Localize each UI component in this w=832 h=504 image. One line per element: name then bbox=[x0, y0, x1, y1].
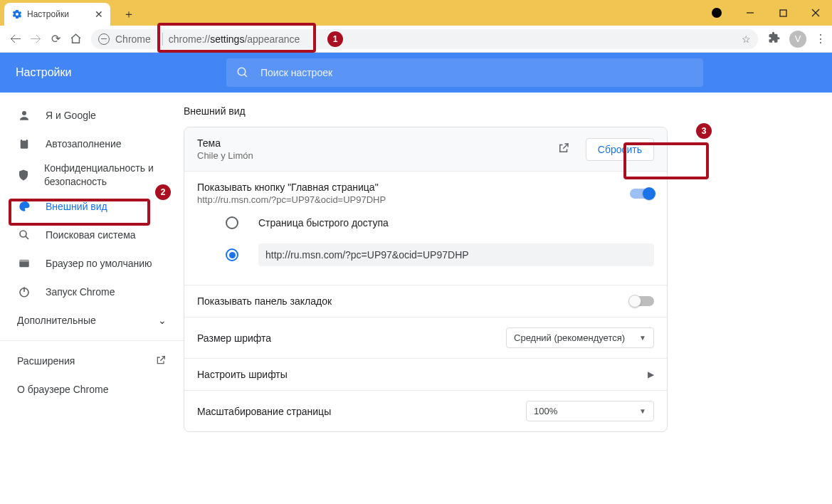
radio-unselected[interactable] bbox=[226, 216, 238, 229]
extensions-label: Расширения bbox=[17, 355, 75, 367]
svg-point-4 bbox=[238, 68, 246, 75]
sidebar-item-search-engine[interactable]: Поисковая система bbox=[0, 221, 184, 249]
about-label: О браузере Chrome bbox=[17, 384, 109, 395]
close-window-button[interactable] bbox=[799, 3, 832, 23]
svg-rect-1 bbox=[780, 10, 786, 16]
page-zoom-select[interactable]: 100% ▼ bbox=[526, 401, 654, 421]
sidebar-item-autofill[interactable]: Автозаполнение bbox=[0, 130, 184, 158]
minimize-button[interactable] bbox=[734, 3, 767, 23]
font-size-label: Размер шрифта bbox=[197, 332, 506, 344]
browser-tab[interactable]: Настройки ✕ bbox=[4, 3, 110, 26]
bookmarks-bar-row: Показывать панель закладок bbox=[184, 285, 667, 317]
sidebar-advanced[interactable]: Дополнительные ⌄ bbox=[0, 306, 184, 335]
sidebar-item-you-and-google[interactable]: Я и Google bbox=[0, 101, 184, 130]
maximize-button[interactable] bbox=[767, 3, 799, 23]
settings-sidebar: Я и Google Автозаполнение Конфиденциальн… bbox=[0, 93, 184, 504]
font-size-select[interactable]: Средний (рекомендуется) ▼ bbox=[506, 327, 654, 348]
sidebar-item-label: Поисковая система bbox=[46, 229, 136, 241]
svg-point-9 bbox=[20, 231, 26, 237]
option-label: Страница быстрого доступа bbox=[258, 217, 389, 229]
svg-rect-8 bbox=[22, 139, 26, 141]
sidebar-item-on-startup[interactable]: Запуск Chrome bbox=[0, 278, 184, 306]
annotation-callout-3: 3 bbox=[696, 123, 712, 139]
chevron-down-icon: ⌄ bbox=[158, 315, 167, 326]
open-external-icon bbox=[155, 355, 167, 368]
sidebar-item-default-browser[interactable]: Браузер по умолчанию bbox=[0, 249, 184, 278]
bookmark-star-icon[interactable]: ☆ bbox=[742, 33, 751, 45]
home-button-toggle[interactable] bbox=[630, 189, 654, 199]
settings-header: Настройки Поиск настроек bbox=[0, 53, 832, 93]
chevron-down-icon: ▼ bbox=[639, 407, 646, 415]
url-path: /appearance bbox=[244, 33, 300, 45]
tab-title: Настройки bbox=[27, 9, 69, 19]
browser-toolbar: 🡠 🡢 ⟳ Chrome chrome://settings/appearanc… bbox=[0, 26, 832, 53]
svg-rect-7 bbox=[21, 140, 28, 149]
svg-line-10 bbox=[26, 236, 28, 239]
reload-button[interactable]: ⟳ bbox=[46, 29, 65, 49]
home-button[interactable] bbox=[65, 29, 85, 49]
extensions-icon[interactable] bbox=[768, 31, 781, 47]
close-tab-icon[interactable]: ✕ bbox=[95, 9, 103, 20]
palette-icon bbox=[17, 200, 31, 213]
url-host: settings bbox=[210, 33, 244, 45]
new-tab-button[interactable]: ＋ bbox=[119, 4, 139, 24]
font-size-row: Размер шрифта Средний (рекомендуется) ▼ bbox=[184, 317, 667, 359]
chevron-down-icon: ▼ bbox=[639, 334, 646, 342]
home-button-sub: http://ru.msn.com/?pc=UP97&ocid=UP97DHP bbox=[197, 194, 630, 205]
section-heading: Внешний вид bbox=[184, 105, 668, 117]
select-value: Средний (рекомендуется) bbox=[514, 332, 625, 343]
power-icon bbox=[17, 285, 31, 298]
sidebar-item-label: Я и Google bbox=[46, 110, 96, 121]
open-external-icon[interactable] bbox=[557, 142, 572, 157]
theme-row[interactable]: Тема Chile y Limón Сбросить bbox=[184, 127, 667, 172]
forward-button[interactable]: 🡢 bbox=[26, 29, 46, 49]
profile-avatar[interactable]: V bbox=[789, 31, 806, 48]
clipboard-icon bbox=[17, 137, 31, 150]
menu-icon[interactable]: ⋮ bbox=[815, 32, 826, 46]
home-option-quick[interactable]: Страница быстрого доступа bbox=[226, 209, 654, 236]
settings-search[interactable]: Поиск настроек bbox=[226, 58, 703, 87]
url-protocol: chrome:// bbox=[169, 33, 210, 45]
sidebar-extensions[interactable]: Расширения bbox=[0, 347, 184, 375]
zoom-label: Масштабирование страницы bbox=[197, 406, 526, 417]
security-indicator-icon[interactable] bbox=[707, 3, 727, 23]
home-button-row: Показывать кнопку "Главная страница" htt… bbox=[184, 172, 667, 209]
shield-icon bbox=[17, 169, 30, 182]
reset-theme-button[interactable]: Сбросить bbox=[586, 138, 654, 161]
address-bar[interactable]: Chrome chrome://settings/appearance ☆ bbox=[91, 29, 758, 49]
home-options: Страница быстрого доступа http://ru.msn.… bbox=[184, 209, 667, 285]
svg-point-6 bbox=[22, 111, 26, 115]
annotation-callout-2: 2 bbox=[155, 184, 171, 200]
site-info-icon[interactable] bbox=[98, 33, 110, 45]
sidebar-item-label: Автозаполнение bbox=[46, 138, 122, 149]
window-controls bbox=[707, 3, 832, 23]
sidebar-item-label: Внешний вид bbox=[46, 201, 107, 212]
bookmarks-label: Показывать панель закладок bbox=[197, 295, 630, 307]
theme-name: Chile y Limón bbox=[197, 150, 557, 161]
customize-fonts-label: Настроить шрифты bbox=[197, 369, 648, 380]
gear-icon bbox=[11, 9, 23, 20]
window-titlebar: Настройки ✕ ＋ bbox=[0, 0, 832, 26]
browser-icon bbox=[17, 257, 31, 270]
search-placeholder: Поиск настроек bbox=[260, 67, 332, 78]
back-button[interactable]: 🡠 bbox=[6, 29, 26, 49]
search-icon bbox=[236, 66, 249, 79]
settings-title: Настройки bbox=[0, 66, 226, 79]
sidebar-item-label: Браузер по умолчанию bbox=[46, 258, 152, 269]
customize-fonts-row[interactable]: Настроить шрифты ▶ bbox=[184, 359, 667, 391]
settings-main: Внешний вид Тема Chile y Limón Сбросить … bbox=[184, 93, 832, 504]
radio-selected[interactable] bbox=[226, 248, 238, 261]
divider bbox=[0, 340, 184, 341]
person-icon bbox=[17, 109, 31, 122]
theme-title: Тема bbox=[197, 137, 557, 149]
home-button-title: Показывать кнопку "Главная страница" bbox=[197, 182, 630, 193]
page-zoom-row: Масштабирование страницы 100% ▼ bbox=[184, 391, 667, 431]
sidebar-about[interactable]: О браузере Chrome bbox=[0, 375, 184, 404]
chevron-right-icon: ▶ bbox=[648, 369, 654, 379]
svg-rect-12 bbox=[19, 260, 29, 262]
home-url-input[interactable]: http://ru.msn.com/?pc=UP97&ocid=UP97DHP bbox=[258, 243, 654, 266]
home-option-url[interactable]: http://ru.msn.com/?pc=UP97&ocid=UP97DHP bbox=[226, 236, 654, 273]
annotation-callout-1: 1 bbox=[327, 31, 343, 47]
select-value: 100% bbox=[534, 406, 557, 416]
bookmarks-toggle[interactable] bbox=[630, 296, 654, 306]
